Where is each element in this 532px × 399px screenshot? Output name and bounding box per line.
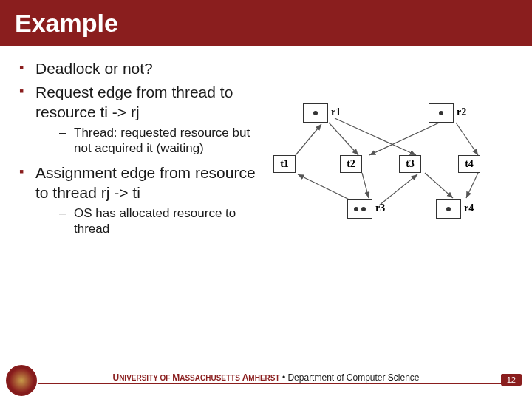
header-bar: Example — [0, 0, 532, 46]
bullet-item: Request edge from thread to resource ti … — [15, 83, 266, 156]
thread-node-t4: t4 — [458, 155, 480, 173]
svg-line-3 — [369, 120, 446, 155]
sub-text: Thread: requested resource but not acqui… — [74, 126, 250, 155]
bullet-text: Deadlock or not? — [35, 60, 153, 77]
resource-instance-dot — [446, 207, 451, 211]
svg-line-2 — [335, 118, 416, 155]
resource-node-r2 — [429, 103, 454, 123]
footer-sep: • — [280, 372, 288, 383]
resource-instance-dot — [361, 207, 366, 211]
svg-line-8 — [425, 173, 453, 198]
bullet-item: Deadlock or not? — [15, 59, 266, 78]
resource-label: r1 — [331, 106, 341, 118]
bullet-column: Deadlock or not? Request edge from threa… — [15, 59, 266, 244]
resource-instance-dot — [354, 207, 358, 211]
resource-instance-dot — [313, 111, 318, 115]
svg-line-4 — [456, 123, 478, 155]
footer: UNIVERSITY OF MASSACHUSETTS AMHERST • De… — [0, 361, 532, 399]
footer-divider — [38, 383, 502, 384]
resource-instance-dot — [439, 111, 443, 115]
svg-line-0 — [296, 124, 321, 155]
page-number: 12 — [501, 374, 522, 386]
svg-line-1 — [329, 123, 358, 155]
resource-label: r2 — [457, 106, 466, 118]
footer-text: UNIVERSITY OF MASSACHUSETTS AMHERST • De… — [106, 372, 425, 383]
footer-amh: MHERST — [248, 374, 279, 382]
svg-line-7 — [362, 173, 369, 198]
sub-text: OS has allocated resource to thread — [74, 206, 236, 236]
footer-rest: NIVERSITY OF — [119, 374, 172, 382]
graph-edges — [273, 103, 517, 236]
footer-m: M — [172, 372, 180, 383]
bullet-text: Assignment edge from resource to thread … — [35, 164, 256, 200]
resource-node-r4 — [436, 200, 461, 219]
footer-dept: Department of Computer Science — [287, 372, 419, 383]
resource-label: r3 — [375, 202, 385, 214]
resource-node-r3 — [347, 200, 372, 219]
thread-node-t1: t1 — [273, 155, 296, 173]
sub-list: Thread: requested resource but not acqui… — [35, 125, 266, 157]
slide-title: Example — [15, 9, 118, 38]
svg-line-6 — [379, 174, 417, 205]
content-area: Deadlock or not? Request edge from threa… — [0, 46, 532, 244]
footer-mass: ASSACHUSETTS — [180, 374, 242, 382]
thread-node-t2: t2 — [340, 155, 362, 173]
svg-line-9 — [466, 173, 478, 198]
resource-allocation-graph: r1 r2 r3 r4 t1 t2 t3 t4 — [273, 103, 517, 236]
resource-node-r1 — [303, 103, 328, 123]
resource-label: r4 — [464, 202, 474, 214]
bullet-text: Request edge from thread to resource ti … — [35, 83, 233, 120]
university-seal-icon — [6, 365, 37, 396]
bullet-list: Deadlock or not? Request edge from threa… — [15, 59, 266, 236]
bullet-item: Assignment edge from resource to thread … — [15, 163, 266, 236]
sub-item: Thread: requested resource but not acqui… — [35, 125, 266, 157]
thread-node-t3: t3 — [399, 155, 421, 173]
sub-item: OS has allocated resource to thread — [35, 205, 266, 237]
sub-list: OS has allocated resource to thread — [35, 205, 266, 237]
footer-u: U — [112, 372, 119, 383]
